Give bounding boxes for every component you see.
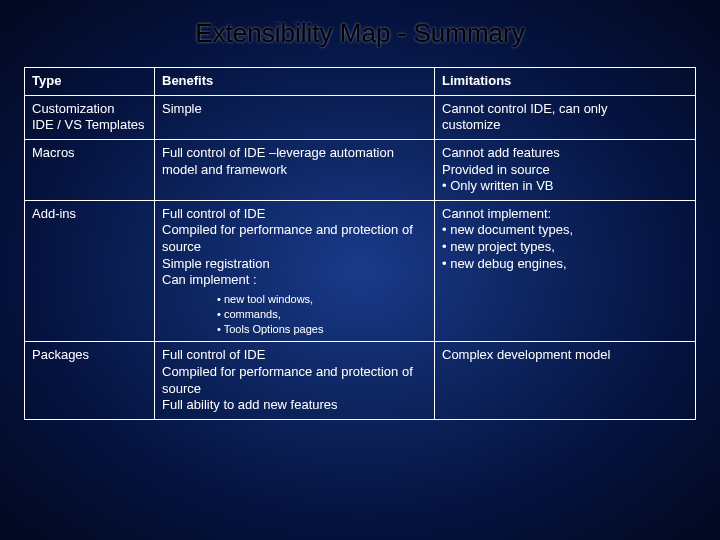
table-header-row: Type Benefits Limitations [25, 68, 696, 96]
slide-title: Extensibility Map - Summary [24, 18, 696, 49]
table-row: Customization IDE / VS Templates Simple … [25, 95, 696, 139]
table-row: Add-ins Full control of IDE Compiled for… [25, 200, 696, 342]
cell-benefits: Simple [155, 95, 435, 139]
table-row: Packages Full control of IDE Compiled fo… [25, 342, 696, 420]
cell-limitations: Cannot control IDE, can only customize [435, 95, 696, 139]
summary-table: Type Benefits Limitations Customization … [24, 67, 696, 420]
header-limitations: Limitations [435, 68, 696, 96]
table-row: Macros Full control of IDE –leverage aut… [25, 139, 696, 200]
cell-type-customization: Customization IDE / VS Templates [25, 95, 155, 139]
cell-limitations: Cannot add features Provided in source •… [435, 139, 696, 200]
cell-limitations: Complex development model [435, 342, 696, 420]
cell-benefits: Full control of IDE Compiled for perform… [155, 342, 435, 420]
cell-type-macros: Macros [25, 139, 155, 200]
cell-benefits: Full control of IDE Compiled for perform… [155, 200, 435, 342]
cell-limitations: Cannot implement: • new document types, … [435, 200, 696, 342]
header-benefits: Benefits [155, 68, 435, 96]
cell-type-packages: Packages [25, 342, 155, 420]
cell-benefits: Full control of IDE –leverage automation… [155, 139, 435, 200]
cell-type-addins: Add-ins [25, 200, 155, 342]
header-type: Type [25, 68, 155, 96]
addins-sublist: • new tool windows, • commands, • Tools … [162, 292, 427, 337]
